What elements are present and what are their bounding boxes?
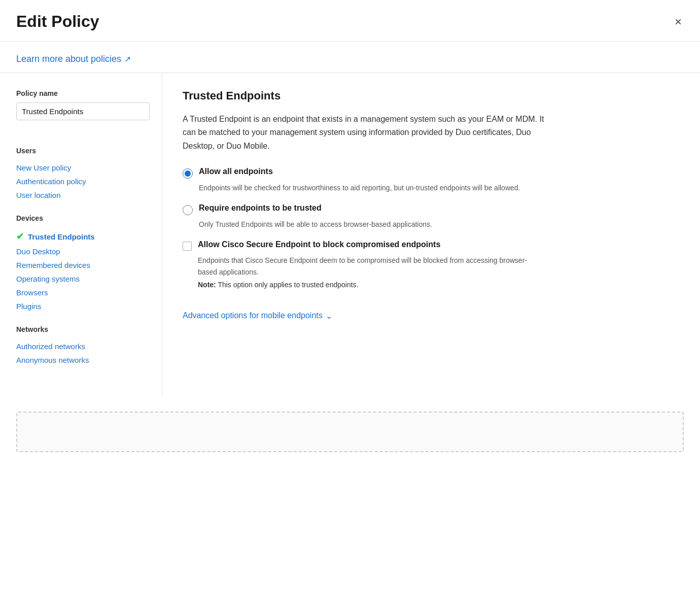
sidebar-item-label: Duo Desktop [16, 247, 60, 256]
section-description: A Trusted Endpoint is an endpoint that e… [183, 113, 548, 153]
sidebar-item-label: Anonymous networks [16, 356, 89, 364]
sidebar-section-label-users: Users [16, 147, 150, 155]
edit-policy-modal: Edit Policy × Learn more about policies … [0, 0, 700, 613]
close-button[interactable]: × [673, 14, 684, 30]
bottom-dashed-area [16, 412, 684, 452]
sidebar-section-users: Users New User policy Authentication pol… [16, 147, 150, 202]
sidebar-item-label: Plugins [16, 302, 41, 311]
sidebar-item-operating-systems[interactable]: Operating systems [16, 272, 150, 286]
require-trusted-option-group: Require endpoints to be trusted Only Tru… [183, 203, 680, 230]
policy-name-input[interactable] [16, 103, 150, 120]
require-trusted-label[interactable]: Require endpoints to be trusted [199, 203, 322, 213]
sidebar-item-duo-desktop[interactable]: Duo Desktop [16, 245, 150, 258]
sidebar-item-remembered-devices[interactable]: Remembered devices [16, 258, 150, 272]
sidebar-section-devices: Devices ✔ Trusted Endpoints Duo Desktop … [16, 214, 150, 313]
advanced-options-text: Advanced options for mobile endpoints [183, 311, 323, 320]
allow-all-label[interactable]: Allow all endpoints [199, 167, 273, 176]
allow-all-description: Endpoints will be checked for trustworth… [199, 183, 680, 193]
sidebar-item-label: Authorized networks [16, 342, 85, 351]
sidebar-section-label-devices: Devices [16, 214, 150, 222]
cisco-secure-option-group: Allow Cisco Secure Endpoint to block com… [183, 240, 680, 289]
sidebar-item-user-location[interactable]: User location [16, 188, 150, 202]
learn-more-link[interactable]: Learn more about policies ↗ [16, 54, 131, 64]
policy-name-group: Policy name [16, 89, 150, 134]
allow-cisco-checkbox[interactable] [183, 242, 192, 251]
sidebar-item-label: New User policy [16, 163, 71, 172]
sidebar-section-label-networks: Networks [16, 325, 150, 333]
require-trusted-radio[interactable] [183, 205, 193, 215]
modal-header: Edit Policy × [0, 0, 700, 42]
sidebar-item-new-user-policy[interactable]: New User policy [16, 161, 150, 175]
allow-all-radio-option: Allow all endpoints [183, 167, 680, 179]
sidebar-item-label: Browsers [16, 288, 48, 297]
policy-name-label: Policy name [16, 89, 150, 97]
learn-more-bar: Learn more about policies ↗ [0, 42, 700, 73]
sidebar-item-label: Operating systems [16, 275, 80, 283]
sidebar-item-label: Trusted Endpoints [28, 232, 95, 241]
cisco-description: Endpoints that Cisco Secure Endpoint dee… [198, 255, 543, 278]
cisco-checkbox-option: Allow Cisco Secure Endpoint to block com… [183, 240, 680, 251]
sidebar-item-label: Authentication policy [16, 177, 86, 186]
sidebar-item-label: Remembered devices [16, 261, 90, 269]
sidebar-item-browsers[interactable]: Browsers [16, 286, 150, 299]
sidebar-item-authentication-policy[interactable]: Authentication policy [16, 175, 150, 188]
sidebar-item-anonymous-networks[interactable]: Anonymous networks [16, 353, 150, 367]
allow-all-radio[interactable] [183, 168, 193, 179]
advanced-options-link[interactable]: Advanced options for mobile endpoints ⌄ [183, 311, 332, 321]
chevron-down-icon: ⌄ [326, 311, 332, 321]
note-text: This option only applies to trusted endp… [216, 281, 359, 289]
sidebar-item-trusted-endpoints[interactable]: ✔ Trusted Endpoints [16, 228, 150, 245]
sidebar-item-plugins[interactable]: Plugins [16, 299, 150, 313]
learn-more-text: Learn more about policies [16, 54, 121, 64]
active-check-icon: ✔ [16, 231, 24, 242]
require-trusted-radio-option: Require endpoints to be trusted [183, 203, 680, 215]
sidebar-item-label: User location [16, 191, 61, 199]
sidebar: Policy name Users New User policy Authen… [0, 73, 162, 395]
sidebar-item-authorized-networks[interactable]: Authorized networks [16, 339, 150, 353]
require-trusted-description: Only Trusted Endpoints will be able to a… [199, 219, 680, 230]
page-title: Edit Policy [16, 12, 99, 31]
main-content: Trusted Endpoints A Trusted Endpoint is … [162, 73, 700, 395]
section-title: Trusted Endpoints [183, 89, 680, 103]
external-link-icon: ↗ [124, 54, 131, 64]
allow-cisco-label[interactable]: Allow Cisco Secure Endpoint to block com… [198, 240, 440, 249]
content-area: Policy name Users New User policy Authen… [0, 73, 700, 395]
cisco-note: Note: This option only applies to truste… [198, 281, 680, 289]
allow-all-option-group: Allow all endpoints Endpoints will be ch… [183, 167, 680, 193]
sidebar-section-networks: Networks Authorized networks Anonymous n… [16, 325, 150, 367]
note-prefix: Note: [198, 281, 216, 289]
